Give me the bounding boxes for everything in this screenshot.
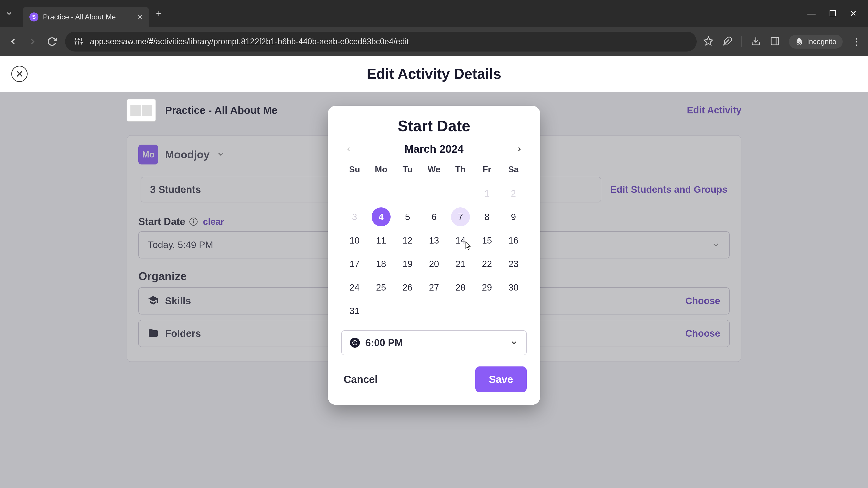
calendar-week-row: 17181920212223 (341, 252, 527, 275)
bookmark-icon[interactable] (704, 36, 713, 47)
window-controls: — ❐ ✕ (796, 0, 868, 27)
weekday-th: Th (447, 162, 474, 177)
time-select[interactable]: 6:00 PM (341, 330, 527, 355)
window-maximize-icon[interactable]: ❐ (829, 9, 836, 18)
day-number: 18 (372, 254, 391, 273)
time-value: 6:00 PM (365, 337, 504, 348)
day-cell-24[interactable]: 24 (341, 275, 368, 299)
day-cell-empty (368, 299, 394, 323)
day-cell-21[interactable]: 21 (447, 252, 474, 275)
day-cell-empty (368, 182, 394, 205)
weekday-tu: Tu (394, 162, 421, 177)
day-number: 19 (398, 254, 417, 273)
day-cell-25[interactable]: 25 (368, 275, 394, 299)
back-button[interactable] (7, 35, 20, 48)
day-cell-empty (394, 182, 421, 205)
day-number: 12 (398, 231, 417, 250)
day-number: 10 (345, 231, 364, 250)
day-number: 14 (451, 231, 470, 250)
tab-close-icon[interactable]: × (138, 12, 143, 22)
window-minimize-icon[interactable]: — (807, 9, 815, 18)
chevron-down-icon (510, 339, 518, 347)
day-cell-6[interactable]: 6 (421, 205, 447, 229)
day-cell-7[interactable]: 7 (447, 205, 474, 229)
tab-search-dropdown[interactable] (2, 7, 16, 20)
day-cell-31[interactable]: 31 (341, 299, 368, 323)
day-cell-22[interactable]: 22 (474, 252, 500, 275)
url-text: app.seesaw.me/#/activities/library/promp… (90, 37, 409, 46)
day-number: 24 (345, 278, 364, 297)
day-cell-30[interactable]: 30 (500, 275, 527, 299)
day-cell-empty (447, 182, 474, 205)
day-cell-3: 3 (341, 205, 368, 229)
day-cell-29[interactable]: 29 (474, 275, 500, 299)
day-cell-19[interactable]: 19 (394, 252, 421, 275)
weekday-sa: Sa (500, 162, 527, 177)
day-cell-11[interactable]: 11 (368, 229, 394, 252)
day-cell-9[interactable]: 9 (500, 205, 527, 229)
activity-thumbnail[interactable] (127, 99, 156, 122)
day-cell-18[interactable]: 18 (368, 252, 394, 275)
calendar-week-row: 31 (341, 299, 527, 323)
day-cell-13[interactable]: 13 (421, 229, 447, 252)
day-number: 28 (451, 278, 470, 297)
day-cell-empty (447, 299, 474, 323)
day-cell-4[interactable]: 4 (368, 205, 394, 229)
new-tab-button[interactable]: + (156, 8, 162, 19)
cancel-button[interactable]: Cancel (341, 369, 380, 390)
reload-button[interactable] (46, 35, 58, 48)
side-panel-icon[interactable] (770, 36, 780, 47)
page-title: Edit Activity Details (367, 66, 501, 82)
day-cell-10[interactable]: 10 (341, 229, 368, 252)
day-cell-28[interactable]: 28 (447, 275, 474, 299)
day-number: 4 (372, 207, 391, 226)
incognito-label: Incognito (807, 37, 836, 46)
calendar-week-row: 3456789 (341, 205, 527, 229)
site-settings-icon[interactable] (74, 37, 83, 46)
day-cell-15[interactable]: 15 (474, 229, 500, 252)
day-cell-16[interactable]: 16 (500, 229, 527, 252)
tab-title: Practice - All About Me (43, 13, 133, 21)
window-close-icon[interactable]: ✕ (850, 9, 857, 18)
day-number: 29 (477, 278, 496, 297)
day-cell-empty (421, 182, 447, 205)
day-cell-17[interactable]: 17 (341, 252, 368, 275)
day-number: 22 (477, 254, 496, 273)
day-cell-26[interactable]: 26 (394, 275, 421, 299)
day-number: 9 (504, 207, 523, 226)
next-month-button[interactable] (515, 144, 524, 154)
svg-marker-9 (704, 37, 713, 45)
day-number: 31 (345, 301, 364, 320)
day-cell-empty (474, 299, 500, 323)
day-cell-23[interactable]: 23 (500, 252, 527, 275)
day-number: 27 (425, 278, 443, 297)
day-cell-empty (394, 299, 421, 323)
day-cell-27[interactable]: 27 (421, 275, 447, 299)
calendar-week-row: 10111213141516 (341, 229, 527, 252)
day-cell-14[interactable]: 14 (447, 229, 474, 252)
weekday-fr: Fr (474, 162, 500, 177)
svg-rect-12 (771, 37, 779, 45)
incognito-badge[interactable]: Incognito (789, 35, 843, 48)
day-number: 30 (504, 278, 523, 297)
forward-button[interactable] (26, 35, 39, 48)
day-cell-1: 1 (474, 182, 500, 205)
day-cell-8[interactable]: 8 (474, 205, 500, 229)
url-bar[interactable]: app.seesaw.me/#/activities/library/promp… (65, 32, 697, 52)
day-cell-12[interactable]: 12 (394, 229, 421, 252)
prev-month-button[interactable] (344, 144, 353, 154)
day-cell-2: 2 (500, 182, 527, 205)
day-number: 8 (477, 207, 496, 226)
extensions-icon[interactable] (722, 36, 733, 47)
close-page-button[interactable]: ✕ (11, 66, 28, 82)
browser-tab-active[interactable]: S Practice - All About Me × (23, 7, 149, 27)
day-cell-5[interactable]: 5 (394, 205, 421, 229)
browser-menu-icon[interactable]: ⋮ (852, 36, 861, 47)
day-cell-empty (500, 299, 527, 323)
downloads-icon[interactable] (751, 36, 761, 47)
day-number: 17 (345, 254, 364, 273)
day-number: 13 (425, 231, 443, 250)
modal-save-button[interactable]: Save (475, 366, 527, 392)
day-cell-20[interactable]: 20 (421, 252, 447, 275)
day-cell-empty (421, 299, 447, 323)
